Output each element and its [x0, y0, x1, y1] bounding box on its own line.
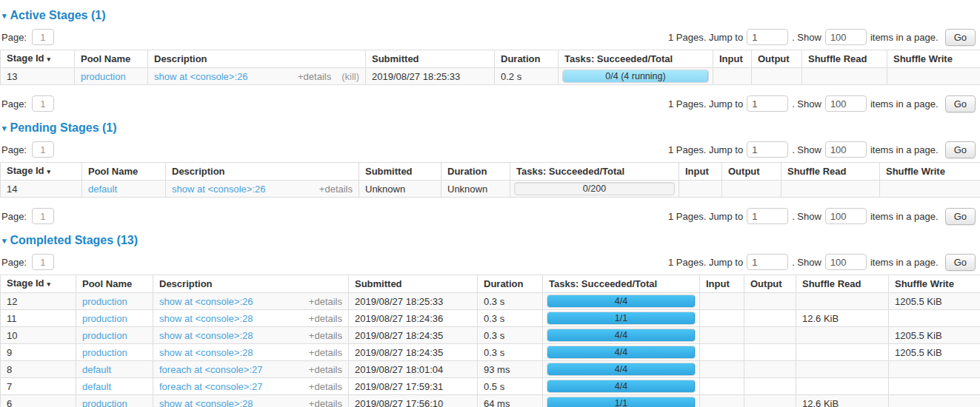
col-header-stage-id[interactable]: Stage Id▾ — [1, 50, 75, 68]
kill-link[interactable]: (kill) — [341, 71, 359, 82]
pool-name-link[interactable]: default — [82, 381, 111, 392]
go-button[interactable]: Go — [945, 141, 976, 158]
details-toggle[interactable]: +details — [309, 381, 342, 392]
stage-id-cell: 11 — [1, 310, 76, 327]
tasks-progress-bar: 0/200 — [514, 182, 675, 195]
tasks-cell: 1/1 — [543, 395, 700, 407]
jump-to-input[interactable] — [747, 254, 788, 270]
col-header-duration[interactable]: Duration — [495, 50, 559, 68]
show-count-input[interactable] — [825, 141, 867, 158]
show-count-input[interactable] — [825, 95, 867, 112]
col-header-stage-id[interactable]: Stage Id▾ — [1, 163, 82, 181]
col-header-duration[interactable]: Duration — [478, 275, 543, 293]
tasks-cell: 4/4 — [543, 293, 700, 310]
submitted-cell: 2019/08/27 18:25:33 — [366, 68, 495, 85]
col-header-tasks[interactable]: Tasks: Succeeded/Total — [543, 275, 700, 293]
col-header-shuffle-write[interactable]: Shuffle Write — [889, 275, 980, 293]
items-per-page-text: items in a page. — [870, 98, 939, 110]
jump-to-input[interactable] — [747, 95, 788, 112]
col-header-input[interactable]: Input — [713, 50, 752, 68]
details-toggle[interactable]: +details — [309, 364, 342, 375]
col-header-description[interactable]: Description — [153, 275, 349, 293]
stage-description-link[interactable]: show at <console>:26 — [172, 184, 265, 195]
pages-count-text: 1 Pages. Jump to — [668, 98, 743, 110]
page-selector: Page: — [1, 254, 54, 270]
page-number-input[interactable] — [32, 29, 54, 45]
pool-name-cell: default — [76, 361, 153, 378]
items-per-page-text: items in a page. — [870, 257, 939, 268]
page-number-input[interactable] — [32, 254, 54, 270]
col-header-shuffle-read[interactable]: Shuffle Read — [802, 50, 887, 68]
stage-description-link[interactable]: show at <console>:26 — [159, 296, 253, 307]
pool-name-link[interactable]: production — [81, 71, 126, 82]
col-header-shuffle-read[interactable]: Shuffle Read — [796, 275, 889, 293]
shuffle-read-cell — [781, 181, 880, 198]
pool-name-link[interactable]: default — [82, 364, 111, 375]
details-toggle[interactable]: +details — [309, 296, 342, 307]
col-header-submitted[interactable]: Submitted — [366, 50, 495, 68]
pages-count-text: 1 Pages. Jump to — [668, 144, 743, 155]
col-header-shuffle-write[interactable]: Shuffle Write — [880, 163, 980, 181]
pool-name-link[interactable]: production — [82, 330, 127, 341]
stage-description-link[interactable]: show at <console>:28 — [159, 313, 253, 324]
col-header-pool-name[interactable]: Pool Name — [75, 50, 148, 68]
details-toggle[interactable]: +details — [309, 330, 342, 341]
input-cell — [700, 310, 744, 327]
go-button[interactable]: Go — [945, 29, 976, 46]
go-button[interactable]: Go — [945, 95, 976, 112]
col-header-output[interactable]: Output — [744, 275, 796, 293]
stage-description-link[interactable]: show at <console>:28 — [159, 347, 253, 358]
col-header-description[interactable]: Description — [166, 163, 359, 181]
page-number-input[interactable] — [32, 208, 54, 224]
jump-to-input[interactable] — [747, 141, 788, 158]
col-header-input[interactable]: Input — [700, 275, 744, 293]
table-row: 14 default +details show at <console>:26… — [1, 181, 980, 198]
col-header-duration[interactable]: Duration — [441, 163, 510, 181]
show-count-input[interactable] — [825, 208, 867, 224]
col-header-pool-name[interactable]: Pool Name — [82, 163, 166, 181]
go-button[interactable]: Go — [945, 254, 976, 271]
completed-stages-header[interactable]: ▾Completed Stages (13) — [2, 234, 978, 247]
description-cell: +details show at <console>:26 — [166, 181, 359, 198]
page-number-input[interactable] — [32, 141, 54, 158]
col-header-tasks[interactable]: Tasks: Succeeded/Total — [510, 163, 679, 181]
col-header-output[interactable]: Output — [722, 163, 781, 181]
details-toggle[interactable]: +details — [309, 347, 342, 358]
col-header-stage-id[interactable]: Stage Id▾ — [1, 275, 76, 293]
pending-stages-header[interactable]: ▾Pending Stages (1) — [2, 121, 978, 135]
stage-description-link[interactable]: foreach at <console>:27 — [159, 364, 263, 375]
page-number-input[interactable] — [32, 95, 54, 112]
pool-name-link[interactable]: production — [82, 347, 127, 358]
output-cell — [752, 68, 802, 85]
stage-id-cell: 12 — [1, 293, 76, 310]
go-button[interactable]: Go — [945, 208, 976, 225]
jump-to-input[interactable] — [747, 208, 788, 224]
details-toggle[interactable]: +details — [309, 313, 342, 324]
stage-description-link[interactable]: show at <console>:28 — [159, 330, 253, 341]
jump-to-input[interactable] — [747, 29, 788, 45]
show-count-input[interactable] — [825, 254, 867, 270]
col-header-shuffle-read[interactable]: Shuffle Read — [781, 163, 880, 181]
col-header-submitted[interactable]: Submitted — [359, 163, 441, 181]
active-stages-header[interactable]: ▾Active Stages (1) — [2, 9, 978, 22]
pool-name-link[interactable]: production — [82, 313, 127, 324]
col-header-shuffle-write[interactable]: Shuffle Write — [887, 50, 980, 68]
details-toggle[interactable]: +details — [298, 71, 331, 82]
col-header-pool-name[interactable]: Pool Name — [76, 275, 153, 293]
pool-name-link[interactable]: production — [82, 398, 127, 407]
details-toggle[interactable]: +details — [319, 184, 353, 195]
page-label: Page: — [1, 211, 27, 222]
col-header-tasks[interactable]: Tasks: Succeeded/Total — [559, 50, 713, 68]
col-header-submitted[interactable]: Submitted — [349, 275, 478, 293]
stage-description-link[interactable]: show at <console>:28 — [159, 398, 253, 407]
col-header-input[interactable]: Input — [679, 163, 722, 181]
show-count-input[interactable] — [825, 29, 867, 45]
pending-stages-table: Stage Id▾ Pool Name Description Submitte… — [0, 162, 980, 198]
pool-name-link[interactable]: production — [82, 296, 127, 307]
pool-name-link[interactable]: default — [88, 184, 117, 195]
col-header-output[interactable]: Output — [752, 50, 802, 68]
col-header-description[interactable]: Description — [148, 50, 366, 68]
stage-description-link[interactable]: foreach at <console>:27 — [159, 381, 263, 392]
stage-description-link[interactable]: show at <console>:26 — [154, 71, 247, 82]
details-toggle[interactable]: +details — [309, 398, 342, 407]
